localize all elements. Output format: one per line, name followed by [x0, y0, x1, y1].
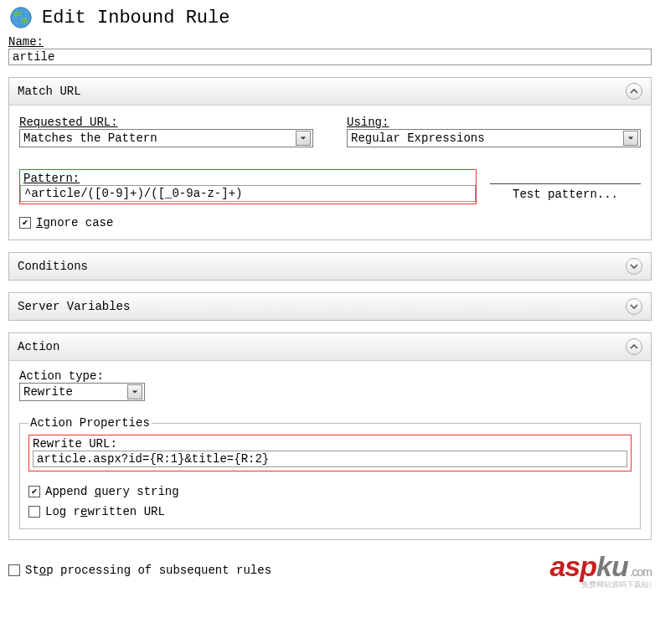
action-properties-group: Action Properties Rewrite URL: ✔ Append …: [19, 416, 641, 529]
chevron-down-icon: [127, 384, 142, 399]
action-type-select[interactable]: Rewrite: [19, 383, 145, 401]
panel-conditions: Conditions: [8, 252, 652, 281]
watermark-logo: aspku.com 免费网站源码下载站!: [549, 550, 652, 590]
chevron-down-icon[interactable]: [626, 258, 642, 275]
chevron-down-icon: [296, 131, 311, 146]
rewrite-url-label: Rewrite URL:: [33, 437, 627, 451]
using-value: Regular Expressions: [351, 131, 485, 145]
requested-url-value: Matches the Pattern: [23, 131, 157, 145]
requested-url-select[interactable]: Matches the Pattern: [19, 129, 313, 147]
name-label: Name:: [8, 35, 652, 49]
log-rewritten-label: Log rewritten URL: [45, 505, 165, 518]
stop-processing-checkbox[interactable]: [8, 564, 20, 576]
action-type-value: Rewrite: [23, 385, 73, 399]
append-query-label: Append query string: [45, 485, 179, 498]
panel-header-conditions[interactable]: Conditions: [9, 253, 651, 280]
page-header: Edit Inbound Rule: [8, 5, 652, 30]
chevron-up-icon[interactable]: [626, 338, 642, 355]
page-title: Edit Inbound Rule: [42, 8, 229, 28]
chevron-down-icon[interactable]: [626, 298, 642, 315]
panel-title-conditions: Conditions: [18, 260, 88, 273]
chevron-up-icon[interactable]: [626, 83, 642, 100]
panel-header-match-url[interactable]: Match URL: [9, 78, 651, 106]
action-type-label: Action type:: [19, 369, 641, 383]
requested-url-label: Requested URL:: [19, 116, 313, 129]
rewrite-url-input[interactable]: [33, 451, 627, 467]
ignore-case-checkbox[interactable]: ✔: [19, 217, 31, 229]
using-label: Using:: [347, 116, 641, 129]
panel-header-server-variables[interactable]: Server Variables: [9, 293, 651, 320]
panel-title-server-variables: Server Variables: [18, 300, 130, 313]
stop-processing-label: Stop processing of subsequent rules: [25, 564, 271, 577]
panel-action: Action Action type: Rewrite Action Prope…: [8, 332, 652, 540]
test-pattern-button[interactable]: Test pattern...: [490, 183, 641, 204]
panel-match-url: Match URL Requested URL: Matches the Pat…: [8, 77, 652, 240]
action-properties-legend: Action Properties: [28, 416, 152, 430]
using-select[interactable]: Regular Expressions: [347, 129, 641, 147]
ignore-case-label: Ignore case: [36, 216, 113, 229]
rewrite-highlight: Rewrite URL:: [28, 435, 632, 471]
append-query-checkbox[interactable]: ✔: [28, 486, 40, 497]
pattern-highlight: Pattern:: [19, 169, 477, 204]
globe-icon: [8, 5, 34, 30]
svg-point-0: [11, 8, 31, 28]
pattern-label: Pattern:: [23, 172, 476, 185]
panel-title-match-url: Match URL: [18, 85, 81, 98]
pattern-input[interactable]: [20, 185, 476, 202]
panel-header-action[interactable]: Action: [9, 333, 651, 361]
name-input[interactable]: [8, 49, 652, 65]
panel-title-action: Action: [18, 340, 59, 353]
panel-server-variables: Server Variables: [8, 292, 652, 321]
log-rewritten-checkbox[interactable]: [28, 506, 40, 518]
chevron-down-icon: [623, 131, 638, 146]
